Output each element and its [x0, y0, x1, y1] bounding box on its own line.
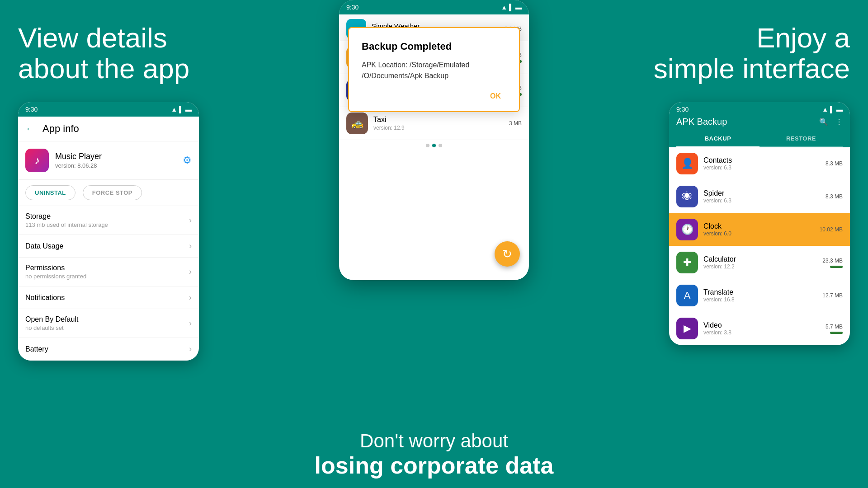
translate-version: version: 16.8 [703, 296, 817, 303]
app-name-block: Music Player version: 8.06.28 [55, 152, 176, 169]
wifi-icon: ▲ [171, 106, 177, 113]
music-player-icon: ♪ [25, 149, 49, 172]
calculator-version: version: 12.2 [703, 263, 817, 270]
spider-size: 8.3 MB [826, 193, 843, 200]
video-size-bar [830, 332, 843, 334]
video-row[interactable]: ▶ Video version: 3.8 5.7 MB [669, 312, 850, 345]
calculator-row[interactable]: ✚ Calculator version: 12.2 23.3 MB [669, 246, 850, 279]
back-arrow-icon[interactable]: ← [25, 123, 35, 135]
calculator-icon: ✚ [676, 252, 698, 273]
video-icon: ▶ [676, 318, 698, 339]
calculator-info: Calculator version: 12.2 [703, 255, 817, 270]
permissions-title: Permissions [25, 264, 189, 272]
apk-battery-icon: ▬ [836, 106, 843, 113]
open-by-default-content: Open By Default no defaults set [25, 315, 189, 331]
right-heading-line1: Enjoy a [756, 22, 850, 53]
storage-title: Storage [25, 212, 189, 221]
dialog-overlay: Backup Completed APK Location: /Storage/… [339, 0, 529, 280]
notifications-chevron-icon: › [189, 293, 192, 302]
data-usage-chevron-icon: › [189, 241, 192, 251]
video-version: version: 3.8 [703, 329, 820, 336]
clock-icon: 🕐 [676, 219, 698, 240]
backup-completed-dialog: Backup Completed APK Location: /Storage/… [348, 27, 520, 112]
tab-backup[interactable]: BACKUP [676, 131, 760, 147]
app-version-text: version: 8.06.28 [55, 162, 176, 169]
more-options-icon[interactable]: ⋮ [835, 117, 843, 126]
open-by-default-chevron-icon: › [189, 319, 192, 328]
contacts-size: 8.3 MB [826, 160, 843, 167]
gear-icon[interactable]: ⚙ [183, 155, 192, 166]
storage-sub: 113 mb used of internal storage [25, 221, 189, 228]
left-heading-line2: about the app [18, 53, 189, 84]
action-buttons-row: UNINSTAL FORCE STOP [18, 180, 199, 206]
center-bottom-text: Don't worry about losing corporate data [253, 430, 615, 479]
spider-row[interactable]: 🕷 Spider version: 6.3 8.3 MB [669, 180, 850, 213]
calculator-size: 23.3 MB [822, 258, 843, 264]
dialog-title: Backup Completed [362, 41, 506, 52]
contacts-size-col: 8.3 MB [826, 160, 843, 167]
right-heading-line2: simple interface [654, 53, 850, 84]
apk-status-icons: ▲ ▌ ▬ [822, 106, 843, 113]
contacts-name: Contacts [703, 156, 820, 164]
translate-row[interactable]: A Translate version: 16.8 12.7 MB [669, 279, 850, 312]
apk-tabs: BACKUP RESTORE [676, 131, 843, 147]
dialog-body: APK Location: /Storage/Emulated /O/Docum… [362, 60, 506, 81]
right-heading: Enjoy a simple interface [654, 23, 850, 84]
clock-version: version: 6.0 [703, 230, 814, 237]
apk-header: 9:30 ▲ ▌ ▬ APK Backup 🔍 ⋮ BACKUP RESTORE [669, 102, 850, 147]
tab-restore[interactable]: RESTORE [760, 131, 843, 146]
data-usage-content: Data Usage [25, 242, 189, 250]
calculator-size-col: 23.3 MB [822, 258, 843, 268]
battery-row[interactable]: Battery › [18, 338, 199, 361]
spider-icon: 🕷 [676, 186, 698, 207]
clock-row[interactable]: 🕐 Clock version: 6.0 10.02 MB [669, 213, 850, 246]
center-bottom-line2: losing corporate data [253, 452, 615, 479]
storage-row[interactable]: Storage 113 mb used of internal storage … [18, 206, 199, 235]
right-panel: Enjoy a simple interface 9:30 ▲ ▌ ▬ APK … [615, 0, 868, 488]
contacts-version: version: 6.3 [703, 164, 820, 171]
spider-info: Spider version: 6.3 [703, 189, 820, 204]
left-status-time: 9:30 [25, 106, 38, 113]
contacts-row[interactable]: 👤 Contacts version: 6.3 8.3 MB [669, 147, 850, 180]
apk-signal-icon: ▌ [830, 106, 835, 113]
contacts-icon: 👤 [676, 153, 698, 174]
open-by-default-sub: no defaults set [25, 324, 189, 331]
video-info: Video version: 3.8 [703, 321, 820, 336]
left-phone-mock: 9:30 ▲ ▌ ▬ ← App info ♪ Music Player ver… [18, 102, 199, 361]
data-usage-title: Data Usage [25, 242, 189, 250]
apk-action-icons: 🔍 ⋮ [819, 117, 843, 126]
search-icon[interactable]: 🔍 [819, 117, 828, 126]
left-status-icons: ▲ ▌ ▬ [171, 106, 192, 113]
storage-chevron-icon: › [189, 216, 192, 225]
storage-content: Storage 113 mb used of internal storage [25, 212, 189, 228]
app-info-title: App info [42, 123, 79, 135]
uninstall-button[interactable]: UNINSTAL [25, 185, 75, 200]
battery-content: Battery [25, 345, 189, 353]
clock-info: Clock version: 6.0 [703, 222, 814, 237]
clock-name: Clock [703, 222, 814, 230]
permissions-sub: no permissions granted [25, 273, 189, 280]
app-detail-row: ♪ Music Player version: 8.06.28 ⚙ [18, 141, 199, 180]
permissions-row[interactable]: Permissions no permissions granted › [18, 258, 199, 286]
apk-app-title: APK Backup [676, 117, 819, 127]
center-panel: 9:30 ▲ ▌ ▬ ☁ Simple Weather version: 6.3… [253, 0, 615, 488]
translate-icon: A [676, 285, 698, 306]
app-name-text: Music Player [55, 152, 176, 161]
calculator-name: Calculator [703, 255, 817, 263]
force-stop-button[interactable]: FORCE STOP [83, 185, 142, 200]
translate-size-col: 12.7 MB [822, 292, 843, 299]
clock-size-col: 10.02 MB [820, 226, 843, 233]
apk-title-row: APK Backup 🔍 ⋮ [676, 117, 843, 131]
open-by-default-row[interactable]: Open By Default no defaults set › [18, 309, 199, 338]
translate-info: Translate version: 16.8 [703, 288, 817, 303]
dialog-ok-button[interactable]: OK [485, 89, 506, 104]
video-size: 5.7 MB [826, 324, 843, 330]
data-usage-row[interactable]: Data Usage › [18, 235, 199, 258]
app-info-header: ← App info [18, 117, 199, 141]
left-heading-line1: View details [18, 22, 167, 53]
notifications-row[interactable]: Notifications › [18, 286, 199, 309]
left-status-bar: 9:30 ▲ ▌ ▬ [18, 102, 199, 117]
permissions-chevron-icon: › [189, 267, 192, 277]
dialog-ok-row: OK [362, 89, 506, 104]
open-by-default-title: Open By Default [25, 315, 189, 324]
